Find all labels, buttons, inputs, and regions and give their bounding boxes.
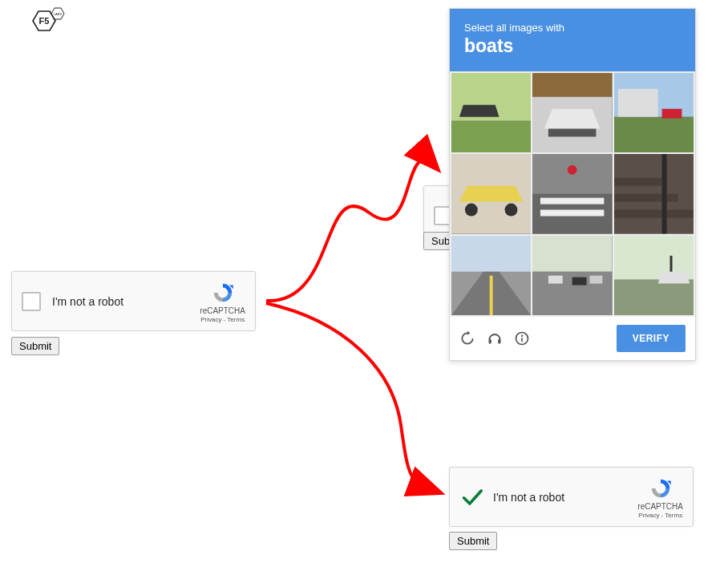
recaptcha-logo-icon <box>210 280 236 306</box>
svg-rect-29 <box>661 154 666 233</box>
svg-rect-11 <box>548 129 597 137</box>
arrow-to-challenge <box>266 160 437 301</box>
svg-rect-14 <box>618 89 658 117</box>
svg-rect-39 <box>614 279 694 315</box>
svg-text:LABS: LABS <box>54 12 63 16</box>
svg-rect-47 <box>521 338 523 342</box>
svg-rect-13 <box>614 117 694 153</box>
reload-icon[interactable] <box>459 330 475 346</box>
svg-rect-33 <box>532 236 612 272</box>
svg-point-19 <box>505 204 518 217</box>
recaptcha-brand-text-verified: reCAPTCHA <box>637 502 683 511</box>
checkmark-icon <box>459 484 485 510</box>
svg-rect-32 <box>490 275 493 315</box>
svg-rect-28 <box>614 178 662 186</box>
recaptcha-privacy-terms[interactable]: Privacy - Terms <box>200 316 245 323</box>
svg-rect-43 <box>489 339 491 344</box>
recaptcha-branding: reCAPTCHA Privacy - Terms <box>200 280 245 323</box>
svg-rect-26 <box>614 210 694 218</box>
challenge-tile-5[interactable] <box>614 154 694 233</box>
recaptcha-logo-icon <box>648 476 673 501</box>
recaptcha-checkbox[interactable] <box>22 292 41 311</box>
svg-marker-17 <box>459 186 523 202</box>
svg-rect-30 <box>451 236 531 272</box>
svg-point-24 <box>568 165 577 175</box>
recaptcha-label: I'm not a robot <box>52 295 200 308</box>
svg-rect-36 <box>572 277 587 285</box>
challenge-tile-4[interactable] <box>532 154 612 233</box>
submit-button-initial[interactable]: Submit <box>11 337 59 355</box>
svg-rect-9 <box>532 73 612 97</box>
svg-rect-22 <box>540 198 604 205</box>
challenge-target: boats <box>464 35 681 57</box>
svg-point-46 <box>521 335 523 337</box>
svg-text:F5: F5 <box>39 16 50 26</box>
f5-labs-logo: F5 LABS <box>22 6 71 47</box>
svg-rect-37 <box>590 275 603 283</box>
recaptcha-brand-text: reCAPTCHA <box>200 306 245 315</box>
recaptcha-image-challenge: Select all images with boats <box>449 8 696 361</box>
svg-rect-6 <box>451 121 531 153</box>
challenge-tile-3[interactable] <box>451 154 531 233</box>
svg-point-18 <box>465 204 478 217</box>
verify-button[interactable]: VERIFY <box>617 325 686 352</box>
svg-rect-35 <box>548 275 563 283</box>
svg-rect-41 <box>669 256 672 272</box>
challenge-footer: VERIFY <box>450 317 695 360</box>
challenge-header: Select all images with boats <box>450 9 695 71</box>
recaptcha-widget-verified: I'm not a robot reCAPTCHA Privacy - Term… <box>449 467 694 527</box>
svg-rect-15 <box>661 109 681 119</box>
recaptcha-branding-verified: reCAPTCHA Privacy - Terms <box>637 476 683 519</box>
challenge-tile-0[interactable] <box>451 73 531 152</box>
challenge-tile-7[interactable] <box>532 236 612 315</box>
audio-icon[interactable] <box>487 330 503 346</box>
svg-marker-10 <box>544 109 601 129</box>
svg-rect-27 <box>614 194 677 202</box>
svg-marker-7 <box>459 105 499 117</box>
svg-marker-42 <box>467 331 470 335</box>
challenge-tile-1[interactable] <box>532 73 612 152</box>
challenge-grid <box>450 71 695 317</box>
info-icon[interactable] <box>514 330 530 346</box>
recaptcha-label-verified: I'm not a robot <box>493 491 637 504</box>
svg-marker-40 <box>657 271 690 283</box>
arrow-to-verified <box>266 303 439 492</box>
challenge-tile-8[interactable] <box>614 236 694 315</box>
svg-rect-23 <box>540 210 604 217</box>
recaptcha-privacy-terms-verified[interactable]: Privacy - Terms <box>638 512 682 519</box>
submit-button-verified[interactable]: Submit <box>449 532 497 550</box>
challenge-tile-6[interactable] <box>451 236 531 315</box>
svg-rect-44 <box>498 339 500 344</box>
recaptcha-widget-initial: I'm not a robot reCAPTCHA Privacy - Term… <box>11 271 256 331</box>
challenge-tile-2[interactable] <box>614 73 694 152</box>
challenge-prompt: Select all images with <box>464 22 681 34</box>
